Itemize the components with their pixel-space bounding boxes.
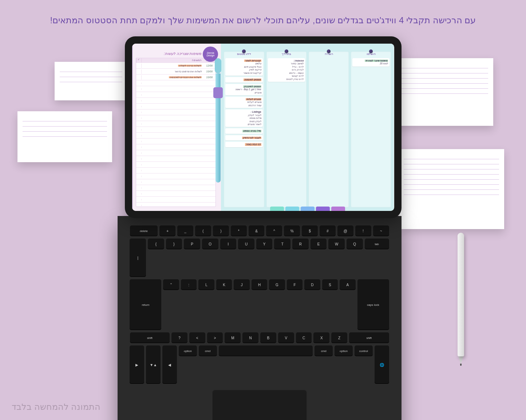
key[interactable]: [219, 345, 313, 356]
task-row[interactable]: לשלוח את פרמוס בדואר10/06: [136, 68, 216, 74]
key[interactable]: P: [184, 239, 200, 249]
task-row-empty[interactable]: [136, 161, 216, 167]
key[interactable]: E: [311, 239, 327, 249]
task-row-empty[interactable]: [136, 179, 216, 185]
key[interactable]: H: [252, 279, 267, 290]
section-tab[interactable]: [270, 207, 284, 211]
key[interactable]: @: [337, 225, 353, 236]
task-row-empty[interactable]: [136, 191, 216, 196]
key[interactable]: N: [242, 332, 258, 343]
task-row-empty[interactable]: [136, 138, 216, 144]
task-row-empty[interactable]: [136, 92, 216, 97]
section-tab[interactable]: [316, 207, 330, 211]
key[interactable]: %: [284, 225, 300, 236]
key[interactable]: U: [238, 239, 254, 249]
trackpad[interactable]: [212, 390, 307, 420]
key[interactable]: (: [213, 225, 229, 236]
key[interactable]: G: [269, 279, 285, 290]
key[interactable]: delete: [130, 225, 158, 236]
widget-small-1[interactable]: [55, 62, 127, 100]
task-card[interactable]: משימות שיוצר למחרתילמות 20: [352, 58, 389, 67]
task-card[interactable]: מוצרים לעלותמוצרים לעלותעמוד הרכבים: [225, 97, 262, 108]
task-row-empty[interactable]: [136, 144, 216, 150]
section-tab[interactable]: [331, 207, 345, 211]
key[interactable]: D: [304, 279, 320, 290]
task-row-empty[interactable]: [136, 115, 216, 121]
planner-app-screen[interactable]: Demia Design משימות שצריכה לעשות: ✓ המשי…: [132, 44, 394, 211]
task-row-empty[interactable]: [136, 86, 216, 92]
key[interactable]: X: [313, 332, 329, 343]
task-row-empty[interactable]: [136, 196, 216, 202]
key[interactable]: cmd: [199, 345, 217, 356]
task-row-empty[interactable]: [136, 121, 216, 127]
task-card[interactable]: לעבור לטרנדפיק: [225, 135, 262, 140]
key[interactable]: ?: [171, 332, 187, 343]
key[interactable]: |: [130, 239, 146, 277]
task-row-empty[interactable]: [136, 156, 216, 161]
key[interactable]: cmd: [315, 345, 333, 356]
key[interactable]: Z: [331, 332, 347, 343]
key[interactable]: caps lock: [357, 279, 389, 330]
task-card[interactable]: Listings :לעבור לעדכןמילות מפתחלעדכן תגי…: [225, 109, 262, 127]
key[interactable]: ^: [266, 225, 282, 236]
key[interactable]: :: [181, 279, 197, 290]
key[interactable]: shift: [349, 332, 389, 343]
task-card[interactable]: פוסטים לאינסטה: [225, 77, 262, 82]
key[interactable]: ~: [373, 225, 389, 236]
key[interactable]: 🌐: [375, 345, 389, 384]
task-row-empty[interactable]: [136, 185, 216, 191]
key[interactable]: control: [355, 345, 373, 356]
key[interactable]: >: [189, 332, 205, 343]
key[interactable]: T: [274, 239, 290, 249]
task-row-empty[interactable]: [136, 103, 216, 109]
key[interactable]: L: [198, 279, 214, 290]
key[interactable]: I: [220, 239, 237, 249]
task-card[interactable]: קטגוריות לאתרצלמיםבעלי מקצוע חינםזריקות …: [225, 58, 262, 76]
task-row-empty[interactable]: [136, 202, 216, 207]
key[interactable]: F: [287, 279, 302, 290]
task-row-empty[interactable]: [136, 127, 216, 132]
key[interactable]: ▶: [130, 345, 144, 384]
task-row[interactable]: לשלוח את הבגדים למכבסה10/06: [136, 74, 216, 80]
widget-small-2[interactable]: [17, 111, 112, 162]
key[interactable]: Y: [256, 239, 273, 249]
key[interactable]: tab: [365, 239, 389, 249]
key[interactable]: }: [148, 239, 164, 249]
task-row-empty[interactable]: [136, 167, 216, 173]
key[interactable]: Q: [347, 239, 363, 249]
key[interactable]: <: [207, 332, 223, 343]
task-row-empty[interactable]: [136, 80, 216, 86]
key[interactable]: M: [225, 332, 241, 343]
key[interactable]: C: [296, 332, 312, 343]
key[interactable]: ": [163, 279, 179, 290]
key[interactable]: O: [202, 239, 218, 249]
key[interactable]: S: [322, 279, 338, 290]
key[interactable]: &: [249, 225, 265, 236]
key[interactable]: ): [195, 225, 211, 236]
key[interactable]: {: [166, 239, 182, 249]
key[interactable]: shift: [130, 332, 170, 343]
status-column[interactable]: הושלמומשימות שיוצר למחרתילמות 20: [351, 52, 391, 207]
status-column[interactable]: השהיה: [309, 52, 349, 207]
task-card[interactable]: מייל בפרס נוספים: [225, 128, 262, 133]
key[interactable]: option: [179, 345, 197, 356]
task-row-empty[interactable]: [136, 109, 216, 115]
task-card[interactable]: פוסטים לפייסבוקBuy 2, get 1 free - רשימה…: [225, 84, 262, 95]
task-row[interactable]: לשלוח ברכה לשולה12/06: [136, 63, 216, 68]
section-tab[interactable]: [285, 207, 299, 211]
key[interactable]: A: [340, 279, 355, 290]
task-row-empty[interactable]: [136, 132, 216, 138]
key[interactable]: K: [216, 279, 232, 290]
key[interactable]: $: [302, 225, 318, 236]
key[interactable]: option: [335, 345, 353, 356]
key[interactable]: B: [260, 332, 276, 343]
bottom-tabs[interactable]: [270, 207, 345, 211]
key[interactable]: V: [278, 332, 294, 343]
key[interactable]: W: [328, 239, 345, 249]
key[interactable]: ▲▼: [146, 345, 161, 384]
key[interactable]: J: [234, 279, 249, 290]
section-tab[interactable]: [301, 207, 315, 211]
task-row-empty[interactable]: [136, 97, 216, 103]
key[interactable]: _: [177, 225, 193, 236]
key[interactable]: R: [292, 239, 309, 249]
